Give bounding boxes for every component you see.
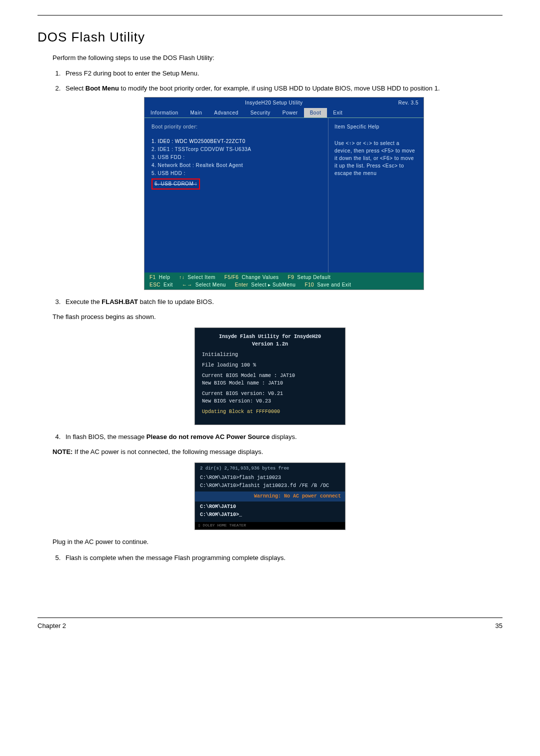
fkey-f10: F10: [304, 281, 314, 288]
dos1-new-ver: New BIOS version: V0.23: [202, 398, 338, 405]
step-4-bold: Please do not remove AC Power Source: [146, 433, 270, 440]
bios-footer: F1Help ↑↓Select Item F5/F6Change Values …: [144, 272, 424, 290]
note-text: If the AC power is not connected, the fo…: [72, 448, 263, 456]
bios-tab-main: Main: [184, 108, 208, 118]
step-4-sub: Plug in the AC power to continue.: [52, 537, 502, 547]
dos1-init: Initializing: [202, 351, 338, 358]
fkey-f9: F9: [288, 274, 294, 281]
note-label: NOTE:: [52, 448, 72, 456]
step-4-text-c: displays.: [270, 433, 296, 440]
dos2-warning: Warnning: No AC power connect: [254, 492, 341, 500]
chapter-label: Chapter 2: [38, 622, 66, 630]
boot-priority-heading: Boot priority order:: [152, 123, 321, 130]
red-highlight-box: 6. USB CDROM :: [152, 178, 200, 190]
fkey-f9-text: Setup Default: [297, 274, 330, 281]
bios-tab-power: Power: [276, 108, 304, 118]
fkey-enter-text: Select ▸ SubMenu: [251, 281, 296, 288]
dos-flash-screenshot-2: 2 dir(s) 2,701,933,936 bytes free C:\ROM…: [194, 462, 346, 530]
dos2-strip: ▯ DOLBY HOME THEATER: [195, 522, 345, 530]
bios-left-panel: Boot priority order: 1. IDE0 : WDC WD250…: [144, 118, 328, 272]
step-3-sub: The flash process begins as shown.: [52, 312, 502, 322]
fkey-esc: ESC: [150, 281, 160, 288]
step-3-text-a: Execute the: [66, 298, 102, 306]
bios-screenshot: InsydeH20 Setup Utility Rev. 3.5 Informa…: [144, 97, 424, 290]
boot-list: 1. IDE0 : WDC WD2500BEVT-22ZCT0 2. IDE1 …: [152, 138, 321, 190]
fkey-f1: F1: [150, 274, 156, 281]
top-rule: [38, 15, 502, 16]
dos2-cmd2: C:\ROM\JAT10>flashit jat10023.fd /FE /B …: [195, 482, 345, 490]
step-2-bold: Boot Menu: [86, 84, 119, 92]
step-4-text-a: In flash BIOS, the message: [66, 433, 146, 440]
bios-titlebar: InsydeH20 Setup Utility Rev. 3.5: [144, 98, 424, 108]
bottom-rule: [38, 618, 502, 618]
dos2-prompt2: C:\ROM\JAT10>_: [195, 511, 345, 519]
step-2-text-a: Select: [66, 84, 86, 92]
fkey-f5f6: F5/F6: [224, 274, 239, 281]
step-5: Flash is complete when the message Flash…: [62, 553, 502, 563]
step-2-text-c: to modify the boot priority order, for e…: [119, 84, 440, 92]
boot-item-6: 6. USB CDROM :: [154, 181, 197, 186]
step-4: In flash BIOS, the message Please do not…: [62, 432, 502, 442]
bios-tab-information: Information: [144, 108, 184, 118]
dos2-prompt1: C:\ROM\JAT10: [195, 503, 345, 511]
dos1-version: Version 1.2n: [202, 340, 338, 348]
dos2-top: 2 dir(s) 2,701,933,936 bytes free: [195, 463, 345, 474]
fkey-esc-text: Exit: [164, 281, 173, 288]
boot-item-4: 4. Network Boot : Realtek Boot Agent: [152, 162, 321, 170]
bios-tab-advanced: Advanced: [208, 108, 244, 118]
page-number: 35: [496, 622, 502, 630]
page-footer: Chapter 2 35: [38, 622, 502, 630]
step-4-note: NOTE: If the AC power is not connected, …: [52, 447, 502, 457]
fkey-arrows-lr-text: Select Menu: [196, 281, 226, 288]
bios-rev: Rev. 3.5: [398, 99, 418, 106]
intro-text: Perform the following steps to use the D…: [52, 54, 502, 62]
boot-item-3: 3. USB FDD :: [152, 154, 321, 162]
step-5-text: Flash is complete when the message Flash…: [66, 554, 286, 562]
help-body: Use <↑> or <↓> to select a device, then …: [334, 140, 418, 177]
boot-item-5: 5. USB HDD :: [152, 170, 321, 178]
bios-tab-boot: Boot: [304, 108, 328, 118]
step-3: Execute the FLASH.BAT batch file to upda…: [62, 297, 502, 307]
bios-help-panel: Item Specific Help Use <↑> or <↓> to sel…: [328, 118, 424, 272]
boot-item-1: 1. IDE0 : WDC WD2500BEVT-22ZCT0: [152, 138, 321, 146]
boot-item-2: 2. IDE1 : TSSTcorp CDDVDW TS-U633A: [152, 146, 321, 154]
fkey-arrows-ud: ↑↓: [179, 274, 184, 281]
steps-list: Press F2 during boot to enter the Setup …: [62, 68, 502, 307]
steps-list-cont: In flash BIOS, the message Please do not…: [62, 432, 502, 442]
dos1-title: Insyde Flash Utility for InsydeH20: [202, 333, 338, 340]
fkey-arrows-lr: ←→: [182, 281, 192, 288]
fkey-f10-text: Save and Exit: [317, 281, 351, 288]
fkey-f5f6-text: Change Values: [242, 274, 278, 281]
dos1-current-ver: Current BIOS version: V0.21: [202, 390, 338, 398]
dos1-new-model: New BIOS Model name : JAT10: [202, 380, 338, 387]
step-1: Press F2 during boot to enter the Setup …: [62, 68, 502, 78]
dos1-loading: File loading 100 %: [202, 362, 338, 369]
step-3-bold: FLASH.BAT: [102, 298, 138, 306]
bios-tabs: Information Main Advanced Security Power…: [144, 108, 424, 118]
dos1-current-model: Current BIOS Model name : JAT10: [202, 372, 338, 380]
bios-title: InsydeH20 Setup Utility: [245, 99, 302, 106]
help-title: Item Specific Help: [334, 123, 418, 130]
fkey-f1-text: Help: [159, 274, 170, 281]
bios-tab-exit: Exit: [327, 108, 348, 118]
steps-list-cont2: Flash is complete when the message Flash…: [62, 553, 502, 563]
step-1-text: Press F2 during boot to enter the Setup …: [66, 70, 199, 77]
bios-tab-security: Security: [244, 108, 276, 118]
step-2: Select Boot Menu to modify the boot prio…: [62, 84, 502, 290]
dos-flash-screenshot-1: Insyde Flash Utility for InsydeH20 Versi…: [194, 328, 346, 425]
dos2-cmd1: C:\ROM\JAT10>flash jat10023: [195, 474, 345, 482]
dos1-updating: Updating Block at FFFF0000: [202, 408, 338, 416]
fkey-enter: Enter: [235, 281, 248, 288]
dos2-warnbar: Warnning: No AC power connect: [195, 492, 345, 502]
fkey-arrows-ud-text: Select Item: [188, 274, 216, 281]
page-title: DOS Flash Utility: [38, 30, 502, 45]
step-3-text-c: batch file to update BIOS.: [138, 298, 214, 306]
